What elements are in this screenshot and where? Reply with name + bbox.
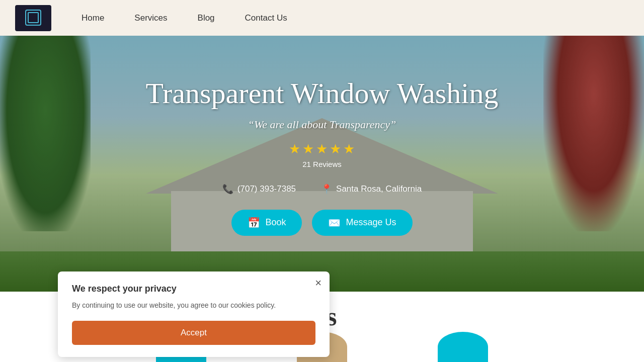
- calendar-icon: 📅: [248, 217, 260, 229]
- book-button[interactable]: 📅 Book: [231, 210, 302, 236]
- location-item: 📍 Santa Rosa, California: [321, 184, 422, 195]
- phone-number: (707) 393-7385: [237, 184, 296, 194]
- cookie-close-button[interactable]: ×: [315, 278, 321, 289]
- phone-icon: 📞: [222, 184, 233, 195]
- nav-links: Home Services Blog Contact Us: [82, 13, 287, 23]
- message-label: Message Us: [346, 217, 396, 228]
- hero-content: Transparent Window Washing “We are all a…: [146, 76, 499, 236]
- star-1: ★: [289, 141, 300, 157]
- location-text: Santa Rosa, California: [336, 184, 422, 194]
- star-3: ★: [316, 141, 328, 157]
- cookie-title: We respect your privacy: [72, 284, 315, 294]
- location-icon: 📍: [321, 184, 332, 195]
- stars-row: ★ ★ ★ ★ ★: [146, 141, 499, 157]
- nav-blog[interactable]: Blog: [198, 13, 215, 23]
- star-5: ★: [343, 141, 355, 157]
- cookie-body: By continuing to use our website, you ag…: [72, 300, 315, 311]
- navbar: Home Services Blog Contact Us: [0, 0, 644, 36]
- nav-home[interactable]: Home: [82, 13, 104, 23]
- hero-subtitle: “We are all about Transparency”: [146, 118, 499, 131]
- cookie-banner: × We respect your privacy By continuing …: [58, 272, 330, 357]
- message-button[interactable]: ✉️ Message Us: [312, 210, 412, 236]
- logo-icon: [25, 10, 41, 26]
- star-4: ★: [330, 141, 341, 157]
- book-label: Book: [265, 217, 286, 228]
- reviews-count: 21 Reviews: [146, 160, 499, 168]
- nav-contact[interactable]: Contact Us: [245, 13, 287, 23]
- cta-row: 📅 Book ✉️ Message Us: [146, 210, 499, 236]
- hero-title: Transparent Window Washing: [146, 76, 499, 110]
- logo[interactable]: [15, 5, 51, 31]
- avatar-3: [438, 332, 488, 362]
- star-2: ★: [302, 141, 314, 157]
- cookie-accept-button[interactable]: Accept: [72, 321, 315, 345]
- contact-row: 📞 (707) 393-7385 📍 Santa Rosa, Californi…: [146, 184, 499, 195]
- envelope-icon: ✉️: [328, 217, 341, 229]
- hero-section: Transparent Window Washing “We are all a…: [0, 0, 644, 292]
- phone-item: 📞 (707) 393-7385: [222, 184, 296, 195]
- nav-services[interactable]: Services: [134, 13, 167, 23]
